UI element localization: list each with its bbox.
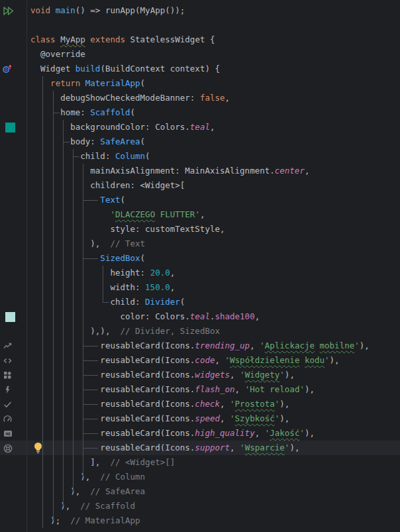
code-line-14[interactable]: Text(: [0, 193, 400, 207]
code-line-24[interactable]: reusableCard(Icons.trending_up, 'Aplicka…: [0, 339, 400, 353]
guide-line: [42, 499, 43, 513]
guide-line: [42, 178, 43, 193]
guide-line: [53, 120, 54, 134]
guide-line: [73, 368, 74, 382]
code-token: ': [240, 443, 245, 452]
code-line-4[interactable]: @override: [0, 47, 400, 62]
code-token: ,: [220, 399, 230, 409]
code-line-36[interactable]: ); // MaterialApp: [0, 513, 400, 528]
code-token: mainAxisAlignment: MainAxisAlignment.: [30, 166, 275, 176]
code-token: ,: [255, 311, 260, 321]
code-editor[interactable]: void main() => runApp(MyApp());class MyA…: [0, 0, 400, 532]
code-line-17[interactable]: ), // Text: [0, 237, 400, 251]
code-line-9[interactable]: backgroundColor: Colors.teal,: [0, 120, 400, 134]
code-token: (: [140, 136, 146, 146]
code-line-19[interactable]: height: 20.0,: [0, 266, 400, 280]
code-line-13[interactable]: children: <Widget>[: [0, 178, 400, 193]
guide-line: [53, 164, 54, 178]
flash-on-icon[interactable]: [3, 386, 12, 396]
code-token: (: [120, 195, 125, 205]
code-line-20[interactable]: width: 150.0,: [0, 280, 400, 295]
code-line-1[interactable]: void main() => runApp(MyApp());: [0, 3, 400, 18]
speed-icon[interactable]: [3, 415, 12, 425]
code-line-10[interactable]: body: SafeArea(: [0, 134, 400, 149]
code-line-27[interactable]: reusableCard(Icons.flash_on, 'Hot reload…: [0, 382, 400, 397]
code-line-30[interactable]: reusableCard(Icons.high_quality, 'Jakość…: [0, 426, 400, 441]
code-token: false: [200, 93, 225, 103]
code-line-28[interactable]: reusableCard(Icons.check, 'Prostota'),: [0, 397, 400, 411]
code-token: Scaffold: [90, 107, 130, 117]
code-token: Widgety: [245, 370, 280, 380]
check-icon[interactable]: [3, 400, 12, 411]
code-token: // MaterialApp: [70, 515, 140, 525]
code-token: reusableCard(Icons.: [30, 384, 195, 394]
code-line-29[interactable]: reusableCard(Icons.speed, 'Szybkość'),: [0, 411, 400, 426]
code-token: Szybkość: [235, 413, 275, 423]
run-icon[interactable]: [3, 6, 14, 18]
code-line-11[interactable]: child: Column(: [0, 149, 400, 164]
guide-line: [53, 368, 54, 382]
code-token: Widget: [30, 64, 75, 74]
code-line-7[interactable]: debugShowCheckedModeBanner: false,: [0, 91, 400, 105]
code-token: MaterialApp: [85, 78, 140, 88]
code-line-18[interactable]: SizedBox(: [0, 251, 400, 266]
guide-line: [63, 280, 64, 295]
code-line-3[interactable]: class MyApp extends StatelessWidget {: [0, 32, 400, 47]
code-line-21[interactable]: child: Divider(: [0, 295, 400, 309]
code-token: @override: [30, 49, 85, 59]
guide-line: [63, 207, 64, 222]
guide-line: [42, 339, 43, 353]
code-token: MyApp: [60, 34, 85, 44]
code-token: check: [195, 399, 220, 409]
trending-up-icon[interactable]: [3, 342, 12, 352]
guide-line: [42, 164, 43, 178]
code-line-6[interactable]: return MaterialApp(: [0, 76, 400, 91]
code-token: ,: [230, 443, 240, 452]
guide-line: [73, 426, 74, 441]
code-token: ),: [330, 355, 340, 365]
code-line-8[interactable]: home: Scaffold(: [0, 105, 400, 120]
code-line-26[interactable]: reusableCard(Icons.widgets, 'Widgety'),: [0, 368, 400, 382]
color-preview-teal-shade100[interactable]: [5, 312, 15, 322]
override-icon[interactable]: [2, 64, 13, 76]
guide-line: [83, 309, 83, 324]
code-token: ,: [170, 268, 175, 278]
code-line-16[interactable]: style: customTextStyle,: [0, 222, 400, 237]
code-token: [80, 78, 85, 88]
high-quality-icon[interactable]: HQ: [3, 429, 13, 440]
code-token: trending_up: [195, 341, 250, 350]
code-line-35[interactable]: ), // Scaffold: [0, 499, 400, 513]
code-token: return: [50, 78, 80, 88]
guide-line: [63, 397, 64, 411]
code-line-12[interactable]: mainAxisAlignment: MainAxisAlignment.cen…: [0, 164, 400, 178]
guide-line: [53, 91, 54, 105]
code-token: // Column: [100, 472, 145, 482]
guide-line: [42, 120, 43, 134]
code-icon[interactable]: [3, 356, 12, 367]
widgets-icon[interactable]: [3, 371, 12, 382]
code-line-23[interactable]: ),), // Divider, SizedBox: [0, 324, 400, 339]
guide-line: [73, 397, 74, 411]
code-token: shade100: [215, 311, 254, 321]
guide-line: [53, 193, 54, 207]
code-line-22[interactable]: color: Colors.teal.shade100,: [0, 309, 400, 324]
code-line-2[interactable]: [0, 18, 400, 32]
code-line-15[interactable]: 'DLACZEGO FLUTTER',: [0, 207, 400, 222]
guide-line: [53, 426, 54, 441]
code-line-33[interactable]: ), // Column: [0, 470, 400, 484]
guide-line: [42, 91, 43, 105]
code-line-32[interactable]: ], // <Widget>[]: [0, 455, 400, 470]
lightbulb-icon[interactable]: [33, 442, 43, 456]
code-token: ,: [225, 93, 230, 103]
code-token: ),: [360, 341, 370, 350]
code-line-34[interactable]: ), // SafeArea: [0, 484, 400, 499]
code-line-25[interactable]: reusableCard(Icons.code, 'Współdzielenie…: [0, 353, 400, 368]
code-token: ': [110, 209, 115, 219]
code-token: ,: [215, 355, 225, 365]
guide-line: [83, 346, 99, 346]
code-line-31[interactable]: reusableCard(Icons.support, 'Wsparcie'),: [0, 441, 400, 455]
code-line-5[interactable]: Widget build(BuildContext context) {: [0, 62, 400, 76]
color-preview-teal[interactable]: [5, 123, 15, 133]
guide-line: [63, 149, 64, 164]
support-icon[interactable]: [3, 444, 13, 455]
